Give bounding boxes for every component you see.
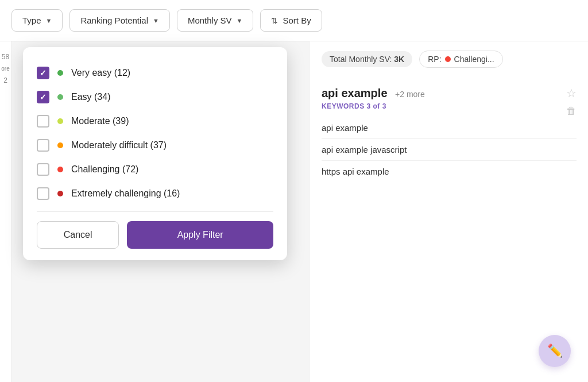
keyword-list: api example api example javascript https…: [322, 117, 577, 182]
filter-item-very-easy[interactable]: Very easy (12): [37, 61, 273, 85]
checkbox-extremely-challenging[interactable]: [37, 187, 49, 200]
keyword-item-3: https api example: [322, 161, 577, 182]
right-top-bar: Total Monthly SV: 3K RP: Challengi...: [322, 51, 577, 75]
label-challenging: Challenging (72): [71, 164, 138, 175]
checkbox-very-easy[interactable]: [37, 67, 49, 79]
right-panel: Total Monthly SV: 3K RP: Challengi... ap…: [310, 41, 588, 382]
sort-icon: ⇅: [271, 16, 278, 25]
type-chevron-icon: ▼: [46, 17, 52, 24]
sidebar-num-2: ore: [1, 65, 9, 72]
ranking-chevron-icon: ▼: [153, 17, 159, 24]
rp-badge: RP: Challengi...: [419, 51, 502, 68]
total-sv-value: 3K: [394, 55, 404, 64]
type-label: Type: [22, 16, 41, 25]
dot-easy: [57, 94, 63, 100]
checkbox-moderately-difficult[interactable]: [37, 139, 49, 152]
sort-by-button[interactable]: ⇅ Sort By: [260, 9, 322, 32]
label-extremely-challenging: Extremely challenging (16): [71, 188, 180, 199]
keyword-title-row: api example +2 more ☆: [322, 86, 577, 100]
filter-item-extremely-challenging[interactable]: Extremely challenging (16): [37, 182, 273, 206]
dropdown-panel: Very easy (12) Easy (34) Moderate (39) M…: [23, 47, 287, 260]
filter-item-moderate[interactable]: Moderate (39): [37, 109, 273, 133]
divider: [37, 211, 273, 212]
apply-filter-button[interactable]: Apply Filter: [127, 221, 273, 249]
checkbox-challenging[interactable]: [37, 163, 49, 176]
keyword-title: api example: [322, 87, 390, 99]
toolbar: Type ▼ Ranking Potential ▼ Monthly SV ▼ …: [0, 0, 588, 41]
trash-icon[interactable]: 🗑: [566, 105, 577, 117]
dot-moderately-difficult: [57, 142, 63, 148]
label-moderately-difficult: Moderately difficult (37): [71, 140, 167, 151]
label-easy: Easy (34): [71, 92, 110, 102]
rp-dot-icon: [445, 56, 451, 62]
label-moderate: Moderate (39): [71, 116, 129, 126]
star-icon[interactable]: ☆: [566, 86, 577, 100]
dot-very-easy: [57, 70, 63, 76]
checkbox-moderate[interactable]: [37, 115, 49, 128]
dot-moderate: [57, 118, 63, 124]
keyword-group: api example +2 more ☆ KEYWORDS 3 of 3 🗑 …: [322, 86, 577, 182]
keyword-item-1: api example: [322, 117, 577, 139]
fab-button[interactable]: ✏️: [539, 335, 571, 367]
filter-item-easy[interactable]: Easy (34): [37, 85, 273, 109]
keyword-item-2: api example javascript: [322, 139, 577, 161]
dot-extremely-challenging: [57, 191, 63, 196]
ranking-potential-filter-button[interactable]: Ranking Potential ▼: [69, 9, 169, 32]
keyword-subtitle: KEYWORDS 3 of 3: [322, 102, 386, 110]
dot-challenging: [57, 167, 63, 172]
sidebar-partial: 58 ore 2: [0, 41, 11, 382]
ranking-potential-label: Ranking Potential: [80, 16, 148, 25]
cancel-button[interactable]: Cancel: [37, 221, 119, 249]
total-sv-badge: Total Monthly SV: 3K: [322, 51, 412, 67]
label-very-easy: Very easy (12): [71, 68, 130, 78]
sort-by-label: Sort By: [283, 16, 311, 25]
edit-icon: ✏️: [547, 344, 563, 358]
rp-label: RP:: [428, 55, 441, 64]
rp-value: Challengi...: [454, 55, 494, 64]
monthly-sv-chevron-icon: ▼: [237, 17, 243, 24]
filter-item-challenging[interactable]: Challenging (72): [37, 157, 273, 182]
dropdown-actions: Cancel Apply Filter: [37, 221, 273, 249]
monthly-sv-filter-button[interactable]: Monthly SV ▼: [177, 9, 254, 32]
keyword-title-area: api example +2 more: [322, 87, 425, 100]
keyword-more: +2 more: [395, 90, 425, 99]
left-panel: Very easy (12) Easy (34) Moderate (39) M…: [11, 41, 310, 382]
sidebar-num-3: 2: [3, 76, 7, 84]
main-area: 58 ore 2 Very easy (12) Easy (34) Modera: [0, 41, 588, 382]
type-filter-button[interactable]: Type ▼: [11, 9, 63, 32]
total-sv-label: Total Monthly SV:: [330, 55, 394, 64]
filter-item-moderately-difficult[interactable]: Moderately difficult (37): [37, 133, 273, 157]
sidebar-num-1: 58: [2, 53, 9, 61]
checkbox-easy[interactable]: [37, 91, 49, 103]
monthly-sv-label: Monthly SV: [188, 16, 232, 25]
